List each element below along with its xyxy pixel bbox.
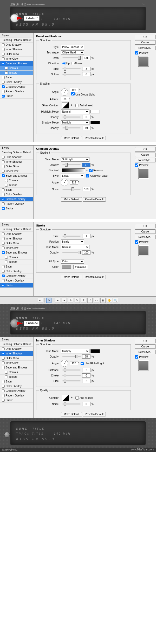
direction-up[interactable] [62,62,66,65]
style-item-color-overlay[interactable]: Color Overlay [0,269,33,274]
size-slider[interactable] [62,380,81,381]
blend-mode-select[interactable]: Multiply [61,349,89,353]
size-slider[interactable] [62,236,81,237]
cancel-button[interactable]: Cancel [135,40,156,45]
cancel-button[interactable]: Cancel [135,229,156,234]
ok-button[interactable]: OK [135,147,156,152]
ok-button[interactable]: OK [135,35,156,39]
style-item-texture[interactable]: Texture [0,375,33,379]
blend-mode-select[interactable]: Normal [61,245,89,249]
style-item-outer-glow[interactable]: Outer Glow [0,241,33,246]
cancel-button[interactable]: Cancel [135,344,156,349]
style-item-color-overlay[interactable]: Color Overlay [0,80,33,85]
tool-brush2-icon[interactable]: ● [62,298,67,303]
shadow-opacity-slider[interactable] [62,127,81,128]
opacity-input[interactable] [82,354,90,359]
highlight-opacity-input[interactable] [82,115,90,119]
technique-select[interactable]: Chisel Hard [61,50,84,55]
style-item-contour[interactable]: Contour [0,178,33,183]
tool-text-icon[interactable]: T [81,298,86,303]
style-item-texture[interactable]: Texture [0,260,33,264]
ok-button[interactable]: OK [135,339,156,343]
reset-default-button[interactable]: Reset to Default [83,275,106,279]
style-item-pattern-overlay[interactable]: Pattern Overlay [0,393,33,398]
reset-default-button[interactable]: Reset to Default [83,197,106,202]
style-item-satin[interactable]: Satin [0,264,33,269]
opacity-slider[interactable] [62,252,81,253]
gradient-swatch[interactable] [62,168,85,172]
reset-default-button[interactable]: Reset to Default [83,412,106,416]
size-input[interactable] [82,67,90,71]
new-style-button[interactable]: New Style... [135,235,156,239]
style-item-contour[interactable]: Contour [0,255,33,260]
preview-checkbox[interactable] [135,163,138,167]
new-style-button[interactable]: New Style... [135,46,156,50]
tool-path-icon[interactable]: ↗ [87,298,93,303]
angle-dial[interactable] [61,88,68,96]
direction-down[interactable] [71,62,75,65]
style-item-stroke[interactable]: Stroke [0,283,33,288]
style-item-texture[interactable]: Texture [0,71,33,75]
style-item-blending[interactable]: Blending Options: Default [0,227,33,232]
style-item-inner-shadow[interactable]: Inner Shadow [0,236,33,241]
style-item-inner-glow[interactable]: Inner Glow [0,361,33,365]
altitude-input[interactable] [61,97,69,101]
preview-checkbox[interactable] [135,355,138,359]
contour-swatch[interactable] [62,395,69,401]
hex-field[interactable]: # 646464 [24,321,40,326]
global-light-checkbox[interactable] [71,92,75,95]
tool-pencil2-icon[interactable]: ✎ [75,298,80,303]
tool-hand-icon[interactable]: ✋ [107,298,112,303]
reset-default-button[interactable]: Reset to Default [83,136,106,140]
gloss-contour[interactable] [62,102,69,108]
distance-slider[interactable] [62,369,81,371]
color-picker-2[interactable]: # 646464 [10,319,40,327]
depth-slider[interactable] [62,57,81,58]
highlight-opacity-slider[interactable] [62,117,81,118]
preview-checkbox[interactable] [135,51,138,54]
style-item-bevel[interactable]: Bevel and Emboss [0,61,33,66]
shadow-color[interactable] [90,349,100,353]
style-item-stroke[interactable]: Stroke [0,206,33,211]
style-item-gradient-overlay[interactable]: Gradient Overlay [0,274,33,278]
size-slider[interactable] [62,68,81,69]
style-item-inner-shadow[interactable]: Inner Shadow [0,160,33,164]
shadow-color[interactable] [90,121,100,124]
style-item-texture[interactable]: Texture [0,183,33,188]
style-item-pattern-overlay[interactable]: Pattern Overlay [0,89,33,94]
size-input[interactable] [82,379,90,383]
scale-slider[interactable] [62,189,81,190]
style-item-outer-glow[interactable]: Outer Glow [0,52,33,57]
align-checkbox[interactable] [86,174,89,177]
ok-button[interactable]: OK [135,224,156,228]
angle-input[interactable] [70,180,78,184]
style-item-contour[interactable]: Contour [0,370,33,375]
tool-brush-icon[interactable]: ● [55,298,60,303]
size-input[interactable] [82,234,90,238]
style-item-drop-shadow[interactable]: Drop Shadow [0,155,33,160]
style-item-gradient-overlay[interactable]: Gradient Overlay [0,389,33,393]
angle-dial[interactable] [61,360,68,367]
style-item-pattern-overlay[interactable]: Pattern Overlay [0,278,33,283]
make-default-button[interactable]: Make Default [61,136,82,140]
style-item-blending[interactable]: Blending Options: Default [0,342,33,347]
gradient-style-select[interactable]: Linear [61,174,84,178]
style-item-pattern-overlay[interactable]: Pattern Overlay [0,202,33,206]
opacity-slider[interactable] [62,356,81,357]
style-select[interactable]: Pillow Emboss [61,45,84,49]
tool-fx-icon[interactable]: fx [46,298,51,303]
depth-input[interactable] [82,56,90,60]
tool-pencil-icon[interactable]: ✎ [68,298,73,303]
noise-slider[interactable] [62,403,81,405]
reverse-checkbox[interactable] [89,169,93,172]
style-item-satin[interactable]: Satin [0,188,33,192]
choke-slider[interactable] [62,375,81,376]
new-style-button[interactable]: New Style... [135,350,156,354]
style-item-bevel[interactable]: Bevel and Emboss [0,250,33,255]
style-item-inner-shadow[interactable]: Inner Shadow [0,47,33,52]
highlight-color[interactable] [90,110,100,113]
style-item-inner-glow[interactable]: Inner Glow [0,246,33,250]
soften-input[interactable] [82,72,90,76]
style-item-gradient-overlay[interactable]: Gradient Overlay [0,197,33,202]
style-item-bevel[interactable]: Bevel and Emboss [0,174,33,178]
